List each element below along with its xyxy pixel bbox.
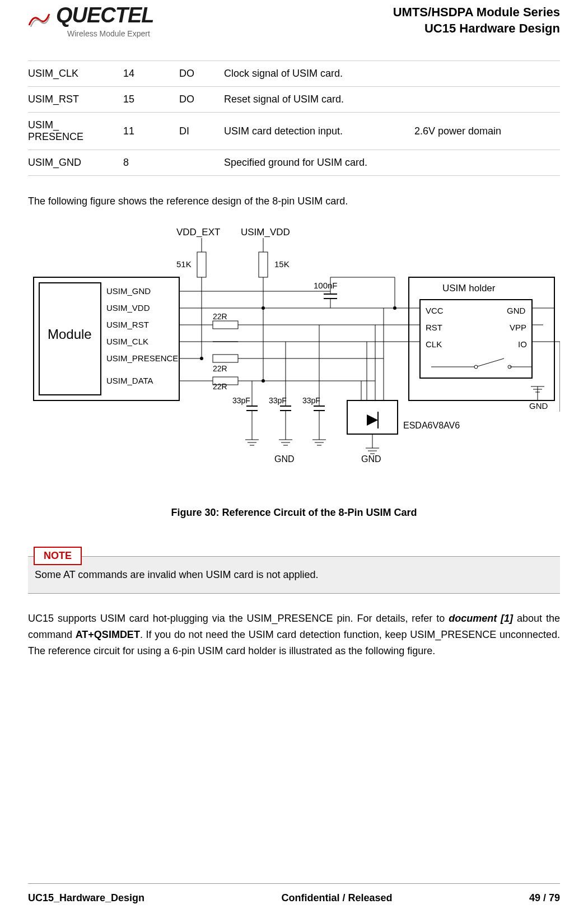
svg-text:IO: IO [518, 339, 527, 349]
footer-right: 49 / 79 [529, 892, 560, 904]
svg-text:22R: 22R [213, 312, 227, 321]
svg-text:CLK: CLK [426, 339, 442, 349]
svg-text:USIM_GND: USIM_GND [106, 286, 151, 296]
cell-io: DI [179, 113, 224, 150]
body-text-a: UC15 supports USIM card hot-plugging via… [28, 613, 449, 624]
table-row: USIM_GND 8 Specified ground for USIM car… [28, 150, 560, 176]
cell-pin: 11 [123, 113, 179, 150]
svg-text:GND: GND [274, 454, 295, 464]
note-section: NOTE Some AT commands are invalid when U… [28, 547, 560, 594]
svg-text:USIM_PRESENCE: USIM_PRESENCE [106, 353, 178, 363]
header-title: UMTS/HSDPA Module Series UC15 Hardware D… [393, 4, 560, 36]
svg-text:51K: 51K [176, 259, 192, 269]
table-row: USIM_PRESENCE 11 DI USIM card detection … [28, 113, 560, 150]
svg-text:33pF: 33pF [232, 396, 250, 405]
svg-text:USIM_CLK: USIM_CLK [106, 337, 148, 346]
logo-text: QUECTEL [56, 3, 154, 27]
pin-table: USIM_CLK 14 DO Clock signal of USIM card… [28, 60, 560, 176]
svg-point-97 [474, 365, 478, 369]
cell-pin: 15 [123, 87, 179, 113]
cell-comment [414, 61, 560, 87]
note-block: Some AT commands are invalid when USIM c… [28, 556, 560, 594]
cell-name: USIM_RST [28, 87, 123, 113]
page-header: QUECTEL Wireless Module Expert UMTS/HSDP… [28, 0, 560, 44]
cell-pin: 14 [123, 61, 179, 87]
at-command: AT+QSIMDET [76, 629, 140, 640]
table-row: USIM_CLK 14 DO Clock signal of USIM card… [28, 61, 560, 87]
footer-left: UC15_Hardware_Design [28, 892, 144, 904]
note-text: Some AT commands are invalid when USIM c… [35, 569, 319, 580]
module-label: Module [48, 327, 92, 342]
svg-text:GND: GND [361, 454, 381, 464]
cell-desc: Clock signal of USIM card. [224, 61, 414, 87]
logo-subtitle: Wireless Module Expert [67, 29, 154, 38]
svg-rect-21 [259, 252, 268, 277]
svg-text:GND: GND [507, 306, 526, 315]
svg-text:USIM_DATA: USIM_DATA [106, 376, 153, 385]
cell-name: USIM_CLK [28, 61, 123, 87]
cell-desc: Specified ground for USIM card. [224, 150, 414, 176]
cell-io: DO [179, 61, 224, 87]
cell-name: USIM_PRESENCE [28, 113, 123, 150]
intro-text: The following figure shows the reference… [28, 195, 560, 207]
svg-text:USIM_VDD: USIM_VDD [106, 303, 150, 313]
svg-text:USIM_VDD: USIM_VDD [241, 227, 290, 237]
cell-io [179, 150, 224, 176]
svg-text:USIM holder: USIM holder [442, 283, 496, 293]
cell-io: DO [179, 87, 224, 113]
logo-wave-icon [28, 11, 50, 28]
svg-text:RST: RST [426, 323, 442, 332]
cell-desc: USIM card detection input. [224, 113, 414, 150]
svg-text:15K: 15K [274, 259, 290, 269]
svg-point-115 [262, 379, 265, 383]
svg-point-117 [393, 306, 396, 310]
page-footer: UC15_Hardware_Design Confidential / Rele… [28, 883, 560, 904]
note-tag: NOTE [34, 547, 82, 565]
svg-rect-17 [197, 252, 206, 277]
cell-name: USIM_GND [28, 150, 123, 176]
svg-rect-27 [213, 355, 238, 362]
cell-pin: 8 [123, 150, 179, 176]
svg-point-114 [262, 306, 265, 310]
svg-text:GND: GND [529, 401, 548, 411]
body-paragraph: UC15 supports USIM card hot-plugging via… [28, 611, 560, 659]
footer-center: Confidential / Released [282, 892, 393, 904]
svg-text:33pF: 33pF [302, 396, 320, 405]
svg-rect-24 [213, 321, 238, 329]
svg-line-96 [476, 358, 504, 367]
cell-comment [414, 150, 560, 176]
svg-point-116 [200, 357, 203, 360]
svg-text:VCC: VCC [426, 306, 444, 315]
header-line2: UC15 Hardware Design [393, 21, 560, 37]
svg-text:33pF: 33pF [269, 396, 287, 405]
cell-comment [414, 87, 560, 113]
circuit-diagram: Module USIM_GND USIM_VDD USIM_RST USIM_C… [28, 221, 560, 490]
svg-text:100nF: 100nF [314, 281, 338, 290]
svg-text:22R: 22R [213, 364, 227, 373]
svg-text:22R: 22R [213, 382, 227, 391]
doc-ref: document [1] [449, 613, 513, 624]
figure-caption: Figure 30: Reference Circuit of the 8-Pi… [28, 507, 560, 519]
table-row: USIM_RST 15 DO Reset signal of USIM card… [28, 87, 560, 113]
logo: QUECTEL Wireless Module Expert [28, 4, 154, 38]
svg-text:USIM_RST: USIM_RST [106, 320, 149, 329]
svg-text:VDD_EXT: VDD_EXT [176, 227, 220, 237]
cell-comment: 2.6V power domain [414, 113, 560, 150]
svg-text:VPP: VPP [510, 323, 526, 332]
svg-text:ESDA6V8AV6: ESDA6V8AV6 [403, 421, 460, 430]
header-line1: UMTS/HSDPA Module Series [393, 4, 560, 21]
cell-desc: Reset signal of USIM card. [224, 87, 414, 113]
